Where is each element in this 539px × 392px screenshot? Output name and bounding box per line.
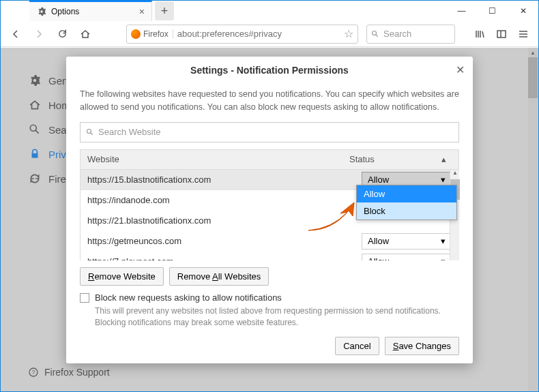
website-url: https://15.blastnotificationx.com	[87, 175, 362, 185]
tab-title: Options	[51, 7, 135, 16]
column-website[interactable]: Website	[87, 154, 349, 164]
sort-arrow-icon: ▴	[441, 154, 446, 164]
search-icon	[86, 128, 94, 136]
home-button[interactable]	[76, 25, 95, 44]
notification-permissions-dialog: Settings - Notification Permissions ✕ Th…	[66, 57, 473, 363]
remove-website-button[interactable]: Remove Website	[80, 267, 164, 286]
block-new-checkbox-row[interactable]: Block new requests asking to allow notif…	[80, 292, 459, 303]
svg-point-0	[373, 31, 377, 35]
dialog-body: The following websites have requested to…	[66, 84, 473, 260]
chevron-down-icon: ▾	[441, 175, 446, 185]
save-changes-button[interactable]: Save Changes	[385, 337, 459, 355]
minimize-button[interactable]: —	[446, 1, 477, 21]
window-controls: — ☐ ✕	[446, 1, 538, 21]
website-url: https://getmeuncos.com	[87, 236, 362, 246]
chevron-down-icon: ▾	[441, 256, 446, 260]
back-button[interactable]	[6, 25, 25, 44]
scroll-up-icon[interactable]: ▲	[450, 170, 460, 179]
cancel-button[interactable]: Cancel	[335, 337, 379, 355]
permissions-table: Website Status ▴ https://15.blastnotific…	[80, 149, 459, 261]
chevron-down-icon: ▾	[441, 236, 446, 246]
tab-close-icon[interactable]: ×	[139, 6, 145, 17]
reload-button[interactable]	[53, 25, 72, 44]
navigation-toolbar: Firefox about:preferences#privacy ☆ Sear…	[1, 21, 538, 47]
sidebar-button[interactable]	[492, 25, 511, 44]
dropdown-option-block[interactable]: Block	[357, 202, 456, 220]
identity-label: Firefox	[143, 29, 169, 39]
website-url: https://indanode.com	[87, 195, 362, 205]
titlebar: Options × + — ☐ ✕	[1, 1, 538, 21]
block-new-description: This will prevent any websites not liste…	[80, 305, 459, 329]
svg-rect-1	[497, 31, 506, 37]
permission-row[interactable]: https://getmeuncos.com Allow▾	[81, 231, 458, 252]
search-placeholder: Search Website	[98, 127, 161, 137]
library-button[interactable]	[470, 25, 489, 44]
new-tab-button[interactable]: +	[155, 1, 174, 20]
permission-row[interactable]: https://7.ploynest.com Allow▾	[81, 252, 458, 261]
block-new-section: Block new requests asking to allow notif…	[66, 292, 473, 329]
status-dropdown[interactable]: Allow▾	[362, 254, 452, 261]
remove-all-websites-button[interactable]: Remove All Websites	[169, 267, 270, 286]
search-bar[interactable]: Search	[366, 25, 455, 44]
url-text: about:preferences#privacy	[177, 29, 340, 39]
dropdown-option-allow[interactable]: Allow	[357, 185, 456, 202]
dialog-title: Settings - Notification Permissions	[77, 65, 462, 76]
table-actions: Remove Website Remove All Websites	[66, 260, 473, 292]
search-placeholder: Search	[383, 29, 411, 39]
identity-box[interactable]: Firefox	[131, 29, 173, 39]
dialog-header: Settings - Notification Permissions ✕	[66, 57, 473, 84]
website-url: https://7.ploynest.com	[87, 256, 362, 260]
website-url: https://21.blastnotificationx.com	[87, 215, 362, 226]
search-icon	[371, 30, 379, 38]
window-close-button[interactable]: ✕	[508, 1, 538, 21]
gear-icon	[36, 6, 47, 17]
status-dropdown-menu: Allow Block	[356, 185, 457, 220]
bookmark-star-icon[interactable]: ☆	[344, 27, 353, 40]
table-header: Website Status ▴	[80, 149, 459, 170]
website-search-input[interactable]: Search Website	[80, 122, 459, 142]
menu-button[interactable]	[514, 25, 533, 44]
browser-tab[interactable]: Options ×	[29, 1, 152, 21]
block-new-checkbox[interactable]	[80, 293, 89, 303]
browser-window: Options × + — ☐ ✕ Firefox about:pre	[0, 0, 539, 392]
dialog-description: The following websites have requested to…	[80, 88, 459, 114]
column-status[interactable]: Status ▴	[349, 154, 452, 164]
forward-button[interactable]	[29, 25, 48, 44]
maximize-button[interactable]: ☐	[477, 1, 508, 21]
dialog-footer: Cancel Save Changes	[66, 329, 473, 363]
svg-point-6	[87, 129, 91, 133]
status-dropdown[interactable]: Allow▾	[362, 233, 452, 250]
firefox-icon	[131, 29, 141, 39]
block-new-label: Block new requests asking to allow notif…	[95, 292, 282, 303]
url-bar[interactable]: Firefox about:preferences#privacy ☆	[126, 25, 358, 44]
dialog-close-button[interactable]: ✕	[456, 63, 465, 76]
